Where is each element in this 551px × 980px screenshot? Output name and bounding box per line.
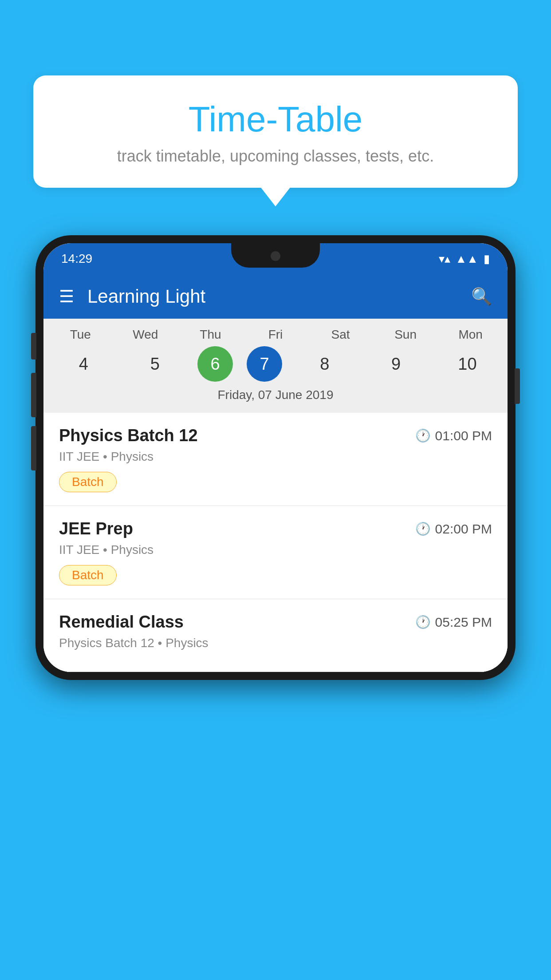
- item-name-3: Remedial Class: [59, 612, 184, 632]
- item-subtitle-3: Physics Batch 12 • Physics: [59, 636, 492, 650]
- clock-icon-1: 🕐: [415, 428, 431, 443]
- app-bar: ☰ Learning Light 🔍: [43, 274, 508, 319]
- item-header-2: JEE Prep 🕐 02:00 PM: [59, 519, 492, 538]
- selected-date-label: Friday, 07 June 2019: [48, 388, 503, 408]
- volume-down-button: [31, 426, 36, 470]
- day-labels: Tue Wed Thu Fri Sat Sun Mon: [48, 328, 503, 342]
- day-label-mon: Mon: [442, 328, 500, 342]
- power-button: [515, 368, 520, 404]
- day-label-thu: Thu: [181, 328, 239, 342]
- status-icons: ▾▴ ▲▲ ▮: [439, 252, 490, 266]
- wifi-icon: ▾▴: [439, 252, 450, 266]
- calendar-strip: Tue Wed Thu Fri Sat Sun Mon 4 5 6 7 8 9 …: [43, 319, 508, 413]
- camera-dot: [271, 251, 280, 261]
- item-badge-1: Batch: [59, 472, 117, 492]
- bubble-subtitle: track timetable, upcoming classes, tests…: [60, 147, 491, 166]
- bubble-title: Time-Table: [60, 100, 491, 139]
- day-10[interactable]: 10: [438, 346, 496, 382]
- item-header-3: Remedial Class 🕐 05:25 PM: [59, 612, 492, 632]
- item-time-1: 🕐 01:00 PM: [415, 428, 492, 443]
- item-time-3: 🕐 05:25 PM: [415, 615, 492, 630]
- day-label-sun: Sun: [377, 328, 434, 342]
- day-8[interactable]: 8: [296, 346, 354, 382]
- day-label-tue: Tue: [51, 328, 109, 342]
- status-bar: 14:29 ▾▴ ▲▲ ▮: [43, 243, 508, 274]
- search-icon[interactable]: 🔍: [471, 287, 492, 306]
- item-time-value-1: 01:00 PM: [435, 428, 492, 443]
- item-name-1: Physics Batch 12: [59, 426, 198, 445]
- day-7-selected[interactable]: 7: [247, 346, 282, 382]
- clock-icon-2: 🕐: [415, 522, 431, 536]
- day-6-today[interactable]: 6: [197, 346, 233, 382]
- phone-container: 14:29 ▾▴ ▲▲ ▮ ☰ Learning Light 🔍 Tue Wed…: [35, 235, 516, 980]
- timetable-list: Physics Batch 12 🕐 01:00 PM IIT JEE • Ph…: [43, 413, 508, 672]
- item-subtitle-2: IIT JEE • Physics: [59, 543, 492, 557]
- timetable-item-1[interactable]: Physics Batch 12 🕐 01:00 PM IIT JEE • Ph…: [43, 413, 508, 506]
- item-badge-2: Batch: [59, 565, 117, 585]
- timetable-item-2[interactable]: JEE Prep 🕐 02:00 PM IIT JEE • Physics Ba…: [43, 506, 508, 599]
- hamburger-icon[interactable]: ☰: [59, 288, 74, 305]
- day-label-wed: Wed: [117, 328, 174, 342]
- day-9[interactable]: 9: [367, 346, 425, 382]
- clock-icon-3: 🕐: [415, 615, 431, 629]
- day-numbers: 4 5 6 7 8 9 10: [48, 346, 503, 382]
- phone-outer: 14:29 ▾▴ ▲▲ ▮ ☰ Learning Light 🔍 Tue Wed…: [35, 235, 516, 680]
- speech-bubble: Time-Table track timetable, upcoming cla…: [33, 75, 518, 188]
- item-time-value-2: 02:00 PM: [435, 522, 492, 537]
- day-label-fri: Fri: [247, 328, 304, 342]
- status-time: 14:29: [61, 252, 92, 266]
- day-5[interactable]: 5: [126, 346, 184, 382]
- item-name-2: JEE Prep: [59, 519, 133, 538]
- phone-screen: 14:29 ▾▴ ▲▲ ▮ ☰ Learning Light 🔍 Tue Wed…: [43, 243, 508, 672]
- day-4[interactable]: 4: [55, 346, 112, 382]
- app-title: Learning Light: [87, 286, 458, 307]
- item-time-2: 🕐 02:00 PM: [415, 522, 492, 537]
- item-subtitle-1: IIT JEE • Physics: [59, 450, 492, 464]
- signal-icon: ▲▲: [456, 252, 478, 266]
- volume-up-button: [31, 373, 36, 417]
- item-time-value-3: 05:25 PM: [435, 615, 492, 630]
- battery-icon: ▮: [484, 252, 490, 266]
- item-header-1: Physics Batch 12 🕐 01:00 PM: [59, 426, 492, 445]
- volume-silent-button: [31, 333, 36, 360]
- day-label-sat: Sat: [312, 328, 370, 342]
- timetable-item-3[interactable]: Remedial Class 🕐 05:25 PM Physics Batch …: [43, 599, 508, 672]
